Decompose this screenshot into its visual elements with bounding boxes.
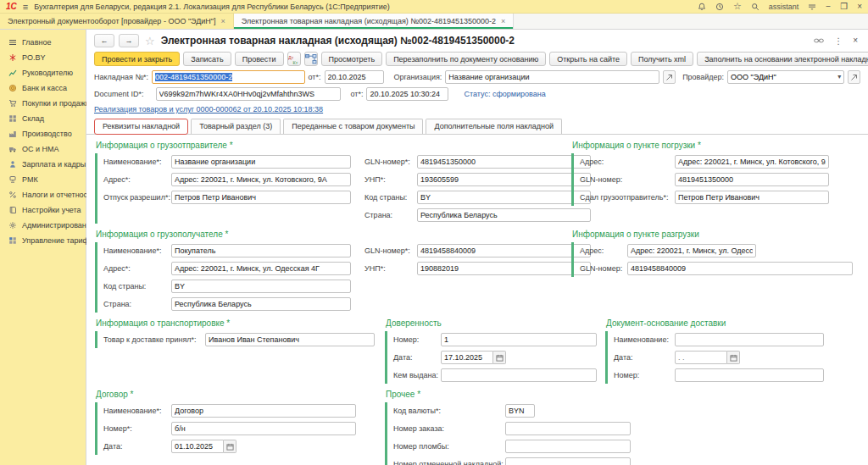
open-organization-icon[interactable] [663, 70, 676, 84]
proxy-number-input[interactable] [441, 333, 597, 346]
tab-additional-fields[interactable]: Дополнительные поля накладной [426, 119, 562, 134]
tab-goods-section[interactable]: Товарный раздел (3) [191, 119, 281, 134]
shipper-released-by-input[interactable] [171, 191, 351, 204]
consignee-country-code-input[interactable] [171, 280, 351, 293]
organization-input[interactable] [445, 70, 659, 84]
other-order-number-input[interactable] [505, 422, 631, 435]
other-seal-number-input[interactable] [505, 440, 631, 453]
other-cancelled-number-input[interactable] [505, 457, 631, 465]
main-menu-icon[interactable]: ≡ [23, 2, 28, 12]
sidebar-item-accounting-settings[interactable]: Настройки учета [0, 202, 86, 218]
consignee-address-input[interactable] [171, 262, 351, 275]
shipper-country-input[interactable] [417, 208, 591, 222]
sidebar-item-taxes[interactable]: Налоги и отчетность [0, 187, 86, 202]
sidebar-item-main[interactable]: Главное [0, 35, 86, 50]
calendar-icon[interactable] [224, 440, 236, 453]
show-postings-dtkt-button[interactable]: ДтКт [287, 52, 301, 66]
preview-button[interactable]: Просмотреть [321, 52, 383, 66]
favorites-star-icon[interactable]: ☆ [733, 2, 742, 11]
provider-combo[interactable]: ▾ [727, 70, 844, 84]
unloading-point-gln-input[interactable] [627, 262, 853, 275]
unloading-point-address-input[interactable] [627, 244, 756, 257]
proxy-date-input[interactable] [441, 351, 493, 364]
delivery-basis-date-input[interactable] [675, 351, 727, 364]
shipper-gln-input[interactable] [417, 155, 591, 169]
minimize-icon[interactable]: − [826, 3, 831, 11]
sidebar-item-tariff[interactable]: Управление тарифом [0, 233, 86, 248]
loading-point-handed-by-input[interactable] [675, 191, 829, 204]
pos-terminal-icon [8, 175, 17, 184]
consignee-name-input[interactable] [171, 244, 351, 257]
sidebar-item-purchases-sales[interactable]: Покупки и продажи [0, 96, 86, 111]
sidebar-item-salary-hr[interactable]: Зарплата и кадры [0, 157, 86, 172]
tab-attached-documents[interactable]: Переданные с товаром документы [283, 119, 423, 134]
sidebar-item-administration[interactable]: Администрирование [0, 218, 86, 233]
shipper-country-code-input[interactable] [417, 191, 591, 204]
get-link-icon[interactable] [814, 36, 824, 45]
related-documents-structure-button[interactable] [304, 52, 318, 66]
contract-number-input[interactable] [171, 422, 356, 435]
document-datetime-label: от*: [351, 90, 364, 98]
post-and-close-button[interactable]: Провести и закрыть [94, 52, 180, 66]
user-label[interactable]: assistant [769, 3, 799, 11]
tab-edo-workspace[interactable]: Электронный документооборот [провайдер -… [0, 14, 234, 29]
loading-point-address-input[interactable] [675, 155, 829, 169]
document-id-input[interactable] [156, 87, 341, 101]
tab-invoice-document[interactable]: Электронная товарная накладная (исходяща… [234, 14, 515, 29]
sidebar-item-os-nma[interactable]: ОС и НМА [0, 141, 86, 157]
forward-button[interactable]: → [119, 34, 139, 47]
other-currency-input[interactable] [505, 404, 535, 418]
loading-point-gln-input[interactable] [675, 173, 829, 186]
shipper-unp-input[interactable] [417, 173, 591, 186]
favorite-star-icon[interactable]: ☆ [145, 35, 155, 47]
transport-accepted-by-input[interactable] [205, 333, 375, 346]
service-menu-icon[interactable] [808, 3, 816, 11]
get-xml-button[interactable]: Получить xml [631, 52, 693, 66]
refill-from-basis-button[interactable]: Перезаполнить по документу основанию [386, 52, 546, 66]
tab-invoice-details[interactable]: Реквизиты накладной [94, 119, 188, 135]
tabbar-filler [514, 14, 868, 29]
more-menu-icon[interactable]: ⋮ [834, 36, 843, 46]
basis-document-link[interactable]: Реализация товаров и услуг 0000-000062 о… [94, 105, 323, 113]
shipper-name-input[interactable] [171, 155, 351, 169]
save-button[interactable]: Записать [183, 52, 231, 66]
delivery-basis-number-input[interactable] [675, 368, 824, 382]
contract-name-input[interactable] [171, 404, 356, 418]
provider-input[interactable] [728, 72, 835, 82]
search-icon[interactable] [751, 3, 760, 11]
contract-date-input[interactable] [171, 440, 224, 453]
tab-close-icon[interactable]: × [221, 17, 225, 25]
sidebar-item-manager[interactable]: Руководителю [0, 65, 86, 80]
sidebar-item-bank-cash[interactable]: Банк и касса [0, 80, 86, 96]
invoice-date-input[interactable] [325, 70, 384, 84]
chevron-down-icon[interactable]: ▾ [835, 74, 843, 80]
open-provider-icon[interactable] [848, 70, 860, 84]
shipper-address-input[interactable] [171, 173, 351, 186]
sidebar-item-production[interactable]: Производство [0, 126, 86, 141]
open-on-site-button[interactable]: Открыть на сайте [549, 52, 627, 66]
sidebar-item-warehouse[interactable]: Склад [0, 111, 86, 126]
fill-from-einvoice-button[interactable]: Заполнить на основании электронной накла… [697, 52, 868, 66]
calendar-icon[interactable] [727, 351, 740, 364]
post-button[interactable]: Провести [235, 52, 284, 66]
close-window-icon[interactable]: × [857, 3, 862, 11]
history-clock-icon[interactable] [715, 3, 724, 11]
calendar-icon[interactable] [493, 351, 506, 364]
sidebar-item-po-by[interactable]: PO.BY [0, 50, 86, 65]
consignee-country-input[interactable] [171, 297, 351, 311]
proxy-issued-by-input[interactable] [441, 368, 597, 382]
invoice-number-input[interactable]: 002-4819451350000-2 [152, 70, 305, 84]
titlebar-actions: ☆ assistant − ❒ × [698, 2, 862, 11]
invoice-date-label: от*: [309, 73, 321, 81]
sidebar-item-rmk[interactable]: РМК [0, 172, 86, 187]
close-form-icon[interactable]: × [853, 36, 858, 45]
maximize-icon[interactable]: ❒ [840, 3, 848, 11]
consignee-unp-input[interactable] [417, 262, 591, 275]
consignee-gln-input[interactable] [417, 244, 591, 257]
document-datetime-input[interactable] [366, 87, 448, 101]
section-delivery-basis: Документ-основание доставки Наименование… [605, 318, 860, 384]
notifications-bell-icon[interactable] [698, 3, 706, 11]
tab-close-icon[interactable]: × [501, 17, 505, 25]
delivery-basis-name-input[interactable] [675, 333, 824, 346]
back-button[interactable]: ← [94, 34, 114, 47]
